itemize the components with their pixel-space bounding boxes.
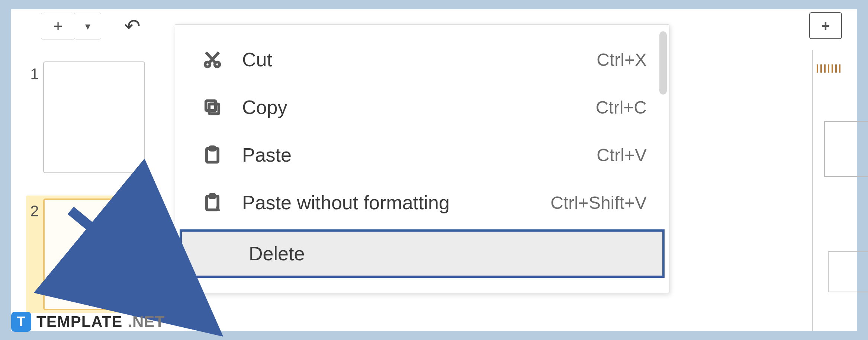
watermark-brand: TEMPLATE [36,313,122,331]
slide-number: 1 [26,61,43,83]
svg-point-1 [215,62,220,67]
paste-icon [197,145,227,165]
new-slide-button[interactable]: + [41,13,75,39]
menu-item-paste-without-formatting[interactable]: A Paste without formatting Ctrl+Shift+V [175,179,669,226]
ruler [813,50,857,73]
svg-point-0 [205,62,210,67]
slide-thumbnail-2[interactable]: 2 [26,196,145,313]
scrollbar-thumb[interactable] [659,31,667,95]
svg-rect-2 [209,104,219,114]
plus-icon: + [53,17,63,35]
slide-panel: 1 2 [26,61,145,336]
plus-box-icon: + [821,18,830,34]
menu-shortcut: Ctrl+X [597,50,647,70]
menu-item-cut[interactable]: Cut Ctrl+X [175,36,669,83]
menu-label: Delete [234,242,640,265]
context-menu: Cut Ctrl+X Copy Ctrl+C Paste Ctrl+V A Pa… [175,24,669,293]
undo-button[interactable]: ↶ [118,13,147,39]
undo-icon: ↶ [124,15,141,37]
menu-item-paste[interactable]: Paste Ctrl+V [175,131,669,179]
cut-icon [197,50,227,69]
menu-shortcut: Ctrl+V [597,145,647,165]
canvas-placeholder [824,121,868,177]
menu-label: Copy [227,96,596,118]
menu-label: Paste without formatting [227,191,550,214]
new-slide-dropdown[interactable]: ▾ [74,13,101,39]
menu-shortcut: Ctrl+Shift+V [550,193,647,213]
chevron-down-icon: ▾ [85,20,90,32]
menu-label: Cut [227,48,597,71]
slide-preview [43,198,145,310]
copy-icon [197,98,227,117]
menu-shortcut: Ctrl+C [596,97,647,118]
menu-item-delete[interactable]: Delete [180,229,665,278]
svg-text:A: A [215,203,221,212]
app-frame: + ▾ ↶ + 1 2 [11,9,857,331]
watermark-suffix: .NET [128,313,165,331]
menu-label: Paste [227,144,597,166]
watermark: T TEMPLATE.NET [11,312,165,332]
right-panel [812,50,857,331]
slide-preview [43,61,145,173]
slide-thumbnail-1[interactable]: 1 [26,61,145,173]
slide-number: 2 [26,198,43,220]
watermark-badge: T [11,312,31,332]
svg-rect-3 [206,101,216,111]
add-comment-button[interactable]: + [809,12,842,39]
menu-item-copy[interactable]: Copy Ctrl+C [175,83,669,131]
canvas-placeholder [828,251,868,292]
paste-plain-icon: A [197,193,227,212]
